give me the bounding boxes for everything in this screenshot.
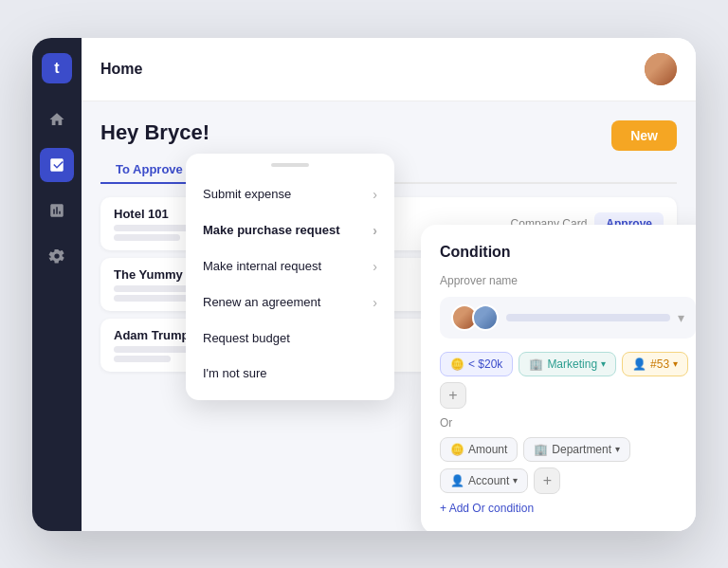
main-content: Home Hey Bryce! To Approve (11) Submit N… bbox=[82, 38, 696, 531]
department-icon-2: 🏢 bbox=[534, 443, 548, 456]
user-avatar[interactable] bbox=[645, 53, 677, 85]
dropdown-item-internal-request[interactable]: Make internal request › bbox=[186, 248, 394, 284]
user-icon: 👤 bbox=[632, 357, 646, 371]
amount-icon: 🪙 bbox=[450, 357, 464, 371]
dropdown-item-request-budget[interactable]: Request budget bbox=[186, 321, 394, 356]
approver-avatar-2 bbox=[472, 304, 499, 331]
tag-user[interactable]: 👤 #53 ▾ bbox=[622, 352, 688, 376]
approver-row[interactable]: ▾ bbox=[440, 297, 696, 339]
sidebar-item-inbox[interactable] bbox=[40, 148, 74, 182]
dropdown-handle bbox=[271, 163, 309, 167]
account-icon: 👤 bbox=[450, 474, 464, 487]
chevron-down-icon: ▾ bbox=[678, 310, 684, 325]
page-title: Home bbox=[100, 61, 142, 78]
sidebar-item-reports[interactable] bbox=[40, 193, 74, 228]
placeholder-line bbox=[114, 356, 171, 362]
sidebar-item-home[interactable] bbox=[40, 102, 74, 137]
chevron-right-icon: › bbox=[373, 187, 377, 202]
sidebar: t bbox=[32, 38, 82, 531]
dropdown-item-submit-expense[interactable]: Submit expense › bbox=[186, 176, 394, 212]
tag-chevron-down-3: ▾ bbox=[513, 475, 518, 486]
add-tag-button-2[interactable]: + bbox=[534, 467, 560, 494]
chevron-right-icon: › bbox=[373, 259, 377, 274]
tag-chevron-down: ▾ bbox=[601, 358, 606, 369]
tag-amount[interactable]: 🪙 < $20k bbox=[440, 352, 513, 376]
tag-dept-plain[interactable]: 🏢 Department ▾ bbox=[523, 437, 630, 462]
placeholder-line bbox=[114, 234, 180, 241]
tag-department[interactable]: 🏢 Marketing ▾ bbox=[519, 352, 616, 376]
dropdown-menu: Submit expense › Make purchase request ›… bbox=[186, 154, 394, 400]
chevron-right-icon: › bbox=[373, 223, 377, 238]
condition-panel: Condition Approver name ▾ 🪙 < $20k 🏢 M bbox=[421, 225, 696, 531]
sidebar-item-settings[interactable] bbox=[40, 239, 74, 273]
add-or-condition[interactable]: + Add Or condition bbox=[440, 502, 696, 515]
greeting-text: Hey Bryce! bbox=[100, 120, 677, 145]
condition-title: Condition bbox=[440, 244, 696, 261]
add-tag-button[interactable]: + bbox=[440, 382, 466, 409]
chevron-right-icon: › bbox=[373, 295, 377, 310]
amount-icon-2: 🪙 bbox=[450, 443, 464, 456]
tag-account-plain[interactable]: 👤 Account ▾ bbox=[440, 468, 528, 493]
new-button[interactable]: New bbox=[611, 120, 677, 151]
condition-tags-row-2: 🪙 Amount 🏢 Department ▾ 👤 Account ▾ + bbox=[440, 437, 696, 494]
placeholder-line bbox=[114, 295, 190, 302]
content-area: Hey Bryce! To Approve (11) Submit New Ho… bbox=[82, 101, 696, 531]
dropdown-item-renew-agreement[interactable]: Renew an agreement › bbox=[186, 284, 394, 321]
approver-name-line bbox=[506, 314, 670, 321]
condition-tags-row-1: 🪙 < $20k 🏢 Marketing ▾ 👤 #53 ▾ + bbox=[440, 352, 696, 409]
tag-chevron-down-2: ▾ bbox=[615, 444, 620, 454]
dropdown-item-purchase-request[interactable]: Make purchase request › bbox=[186, 212, 394, 248]
approver-label: Approver name bbox=[440, 274, 696, 287]
avatar-image bbox=[645, 53, 677, 85]
or-text: Or bbox=[440, 416, 696, 430]
tag-chevron-down: ▾ bbox=[673, 358, 678, 369]
department-icon: 🏢 bbox=[529, 357, 543, 371]
app-logo: t bbox=[42, 53, 72, 83]
dropdown-item-not-sure[interactable]: I'm not sure bbox=[186, 356, 394, 391]
tag-amount-plain[interactable]: 🪙 Amount bbox=[440, 437, 518, 462]
app-header: Home bbox=[82, 38, 696, 101]
app-wrapper: t Home Hey Bryce! To Approve (11) Submit bbox=[32, 38, 696, 531]
